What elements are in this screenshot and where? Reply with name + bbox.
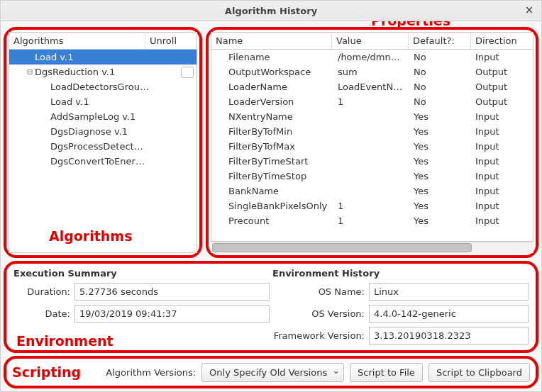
property-name: FilterByTofMax [211, 141, 333, 152]
col-default[interactable]: Default?: [409, 33, 471, 49]
property-name: LoaderName [211, 82, 333, 92]
property-default: No [409, 52, 471, 62]
horizontal-scrollbar[interactable] [211, 242, 533, 253]
tree-item-label: DgsConvertToEner… [50, 156, 194, 167]
date-value: 19/03/2019 09:41:37 [74, 305, 270, 323]
property-name: FilterByTofMin [211, 126, 333, 137]
property-direction: Input [471, 111, 533, 122]
property-name: FilterByTimeStart [211, 156, 333, 167]
property-name: NXentryName [211, 111, 333, 122]
property-direction: Input [471, 156, 533, 167]
algorithm-tree[interactable]: Load v.1⊟DgsReduction v.1LoadDetectorsGr… [9, 50, 197, 253]
script-to-file-button[interactable]: Script to File [350, 363, 423, 382]
property-direction: Output [471, 67, 533, 77]
algorithm-versions-select[interactable]: Only Specify Old Versions [201, 363, 344, 382]
tree-item-label: Load v.1 [35, 52, 194, 62]
property-direction: Input [471, 186, 533, 196]
scripting-panel: Scripting Algorithm Versions: Only Speci… [4, 356, 538, 388]
environment-history: Environment History OS Name: Linux OS Ve… [272, 268, 529, 349]
date-label: Date: [13, 308, 74, 319]
tree-item-label: DgsProcessDetect… [50, 141, 194, 152]
tree-row[interactable]: ⊟DgsReduction v.1 [9, 65, 197, 79]
property-value: 1 [333, 215, 409, 226]
titlebar: Algorithm History × [1, 1, 541, 21]
property-row[interactable]: Filename/home/dmn…NoInput [211, 50, 533, 65]
col-value[interactable]: Value [332, 33, 409, 49]
property-value: 1 [333, 201, 409, 211]
property-row[interactable]: FilterByTofMaxYesInput [211, 139, 533, 154]
property-direction: Input [471, 126, 533, 137]
property-direction: Input [471, 141, 533, 152]
property-direction: Output [471, 96, 533, 107]
col-direction[interactable]: Direction [471, 33, 533, 49]
window-title: Algorithm History [1, 6, 541, 16]
tree-row[interactable]: LoadDetectorsGrou… [9, 79, 197, 94]
window: Algorithm History × Algorithms Unroll Lo… [0, 0, 542, 392]
script-to-clipboard-button[interactable]: Script to Clipboard [428, 363, 530, 382]
property-value: /home/dmn… [333, 52, 409, 62]
property-default: Yes [409, 171, 471, 181]
property-name: Filename [211, 52, 333, 62]
property-direction: Input [471, 52, 533, 62]
property-default: No [409, 82, 471, 92]
execution-summary: Execution Summary Duration: 5.27736 seco… [13, 268, 270, 349]
property-direction: Output [471, 82, 533, 92]
tree-row[interactable]: Load v.1 [9, 50, 197, 65]
property-name: FilterByTimeStop [211, 171, 333, 181]
tree-row[interactable]: DgsProcessDetect… [9, 139, 197, 154]
col-name[interactable]: Name [211, 33, 332, 49]
framework-label: Framework Version: [272, 330, 369, 341]
col-algorithms[interactable]: Algorithms [9, 33, 145, 49]
close-icon[interactable]: × [523, 4, 536, 16]
property-default: Yes [409, 111, 471, 122]
tree-expander-icon[interactable]: ⊟ [25, 68, 35, 76]
property-direction: Input [471, 215, 533, 226]
property-row[interactable]: BankNameYesInput [211, 184, 533, 198]
algorithms-panel: Algorithms Unroll Load v.1⊟DgsReduction … [4, 27, 202, 258]
framework-value: 3.13.20190318.2323 [369, 327, 529, 345]
property-row[interactable]: Precount1YesInput [211, 213, 533, 228]
property-row[interactable]: SingleBankPixelsOnly1YesInput [211, 198, 533, 213]
property-direction: Input [471, 201, 533, 211]
env-grid: Execution Summary Duration: 5.27736 seco… [13, 268, 529, 349]
scrollbar-thumb[interactable] [212, 243, 472, 252]
duration-label: Duration: [13, 286, 74, 297]
property-row[interactable]: FilterByTimeStopYesInput [211, 169, 533, 184]
property-default: No [409, 67, 471, 77]
property-name: LoaderVersion [211, 96, 333, 107]
property-row[interactable]: FilterByTimeStartYesInput [211, 154, 533, 169]
property-default: Yes [409, 141, 471, 152]
property-name: BankName [211, 186, 333, 196]
tree-row[interactable]: DgsConvertToEner… [9, 154, 197, 169]
tree-item-label: LoadDetectorsGrou… [50, 82, 194, 92]
tree-row[interactable]: AddSampleLog v.1 [9, 109, 197, 124]
property-default: Yes [409, 126, 471, 137]
algorithm-versions-label: Algorithm Versions: [106, 367, 196, 378]
property-row[interactable]: FilterByTofMinYesInput [211, 124, 533, 139]
os-version-label: OS Version: [272, 308, 369, 319]
property-default: No [409, 96, 471, 107]
property-row[interactable]: LoaderNameLoadEventN…NoOutput [211, 79, 533, 94]
properties-body[interactable]: Filename/home/dmn…NoInputOutputWorkspace… [211, 50, 533, 242]
property-value: LoadEventN… [333, 82, 409, 92]
property-default: Yes [409, 156, 471, 167]
panel-label-properties: Properties [371, 21, 450, 28]
property-row[interactable]: NXentryNameYesInput [211, 109, 533, 124]
col-unroll[interactable]: Unroll [145, 33, 197, 49]
property-row[interactable]: LoaderVersion1NoOutput [211, 94, 533, 109]
unroll-checkbox[interactable] [181, 67, 194, 78]
property-default: Yes [409, 215, 471, 226]
property-direction: Input [471, 171, 533, 181]
property-row[interactable]: OutputWorkspacesumNoOutput [211, 65, 533, 79]
tree-item-label: Load v.1 [50, 96, 194, 107]
properties-columns: Name Value Default?: Direction [211, 32, 533, 50]
property-value: 1 [333, 96, 409, 107]
tree-row[interactable]: Load v.1 [9, 94, 197, 109]
os-name-label: OS Name: [272, 286, 369, 297]
os-name-value: Linux [369, 283, 529, 301]
property-name: Precount [211, 215, 333, 226]
properties-panel: Properties Name Value Default?: Directio… [206, 27, 538, 258]
tree-row[interactable]: DgsDiagnose v.1 [9, 124, 197, 139]
env-history-title: Environment History [272, 268, 529, 279]
duration-value: 5.27736 seconds [74, 283, 270, 301]
